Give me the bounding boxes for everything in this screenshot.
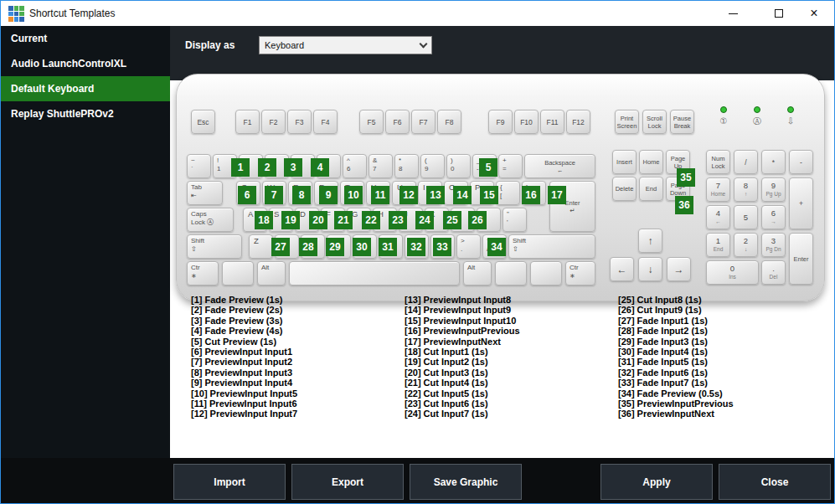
key-f6[interactable]: F6: [385, 110, 410, 134]
key-4[interactable]: 4←: [706, 205, 730, 229]
key-esc[interactable]: Esc: [191, 110, 215, 134]
shortcut-badge-28[interactable]: 28: [299, 238, 317, 256]
key-blank[interactable]: .Del: [761, 260, 786, 285]
key-tab[interactable]: Tab⇤: [187, 181, 223, 205]
key-f10[interactable]: F10: [514, 110, 539, 134]
display-as-select[interactable]: Keyboard: [259, 36, 432, 54]
key-blank[interactable]: ↓: [638, 257, 662, 281]
key-num[interactable]: NumLock: [706, 150, 730, 174]
key-delete[interactable]: Delete: [612, 177, 637, 201]
key-pause[interactable]: PauseBreak: [670, 110, 694, 134]
key-f11[interactable]: F11: [540, 110, 564, 134]
shortcut-badge-29[interactable]: 29: [326, 238, 344, 256]
key-9[interactable]: 9Pg Up: [761, 177, 786, 202]
shortcut-badge-4[interactable]: 4: [311, 158, 329, 177]
key-insert[interactable]: Insert: [612, 150, 637, 174]
sidebar-item-audio-launchcontrolxl[interactable]: Audio LaunchControlXL: [1, 51, 170, 76]
shortcut-badge-13[interactable]: 13: [426, 186, 445, 204]
key-blank[interactable]: →: [667, 257, 691, 281]
key-6[interactable]: 6→: [761, 205, 786, 229]
key-1[interactable]: 1End: [706, 233, 730, 257]
key-7[interactable]: 7Home: [706, 177, 730, 202]
shortcut-badge-32[interactable]: 32: [407, 238, 425, 256]
shortcut-badge-30[interactable]: 30: [353, 238, 371, 256]
key-home[interactable]: Home: [639, 150, 663, 174]
key-blank[interactable]: /: [734, 150, 758, 174]
key-scroll[interactable]: ScrollLock: [642, 110, 667, 134]
key-f7[interactable]: F7: [411, 110, 436, 134]
shortcut-badge-19[interactable]: 19: [281, 211, 300, 229]
shortcut-badge-20[interactable]: 20: [309, 211, 327, 229]
export-button[interactable]: Export: [291, 464, 404, 500]
shortcut-badge-21[interactable]: 21: [334, 211, 353, 229]
key-end[interactable]: End: [639, 177, 663, 201]
save-graphic-button[interactable]: Save Graphic: [410, 464, 522, 500]
key-caps[interactable]: CapsLock Ⓐ: [187, 208, 234, 232]
key-blank[interactable]: ↑: [638, 229, 662, 253]
key-blank[interactable]: ←: [610, 257, 634, 281]
key-enter[interactable]: Enter: [789, 233, 813, 285]
key-ctr[interactable]: Ctr∗: [187, 261, 219, 285]
key-shift[interactable]: Shift⇧: [508, 234, 595, 259]
key-blank[interactable]: [289, 261, 460, 285]
apply-button[interactable]: Apply: [600, 464, 713, 500]
key-f9[interactable]: F9: [488, 110, 513, 134]
shortcut-badge-25[interactable]: 25: [443, 211, 461, 229]
key-8[interactable]: 8↑: [734, 177, 758, 202]
key-blank[interactable]: +: [789, 177, 813, 229]
key-alt[interactable]: Alt: [463, 261, 492, 285]
shortcut-badge-15[interactable]: 15: [480, 186, 498, 204]
key-blank[interactable]: "': [503, 208, 527, 232]
shortcut-badge-23[interactable]: 23: [389, 211, 407, 229]
close-button[interactable]: Close: [719, 464, 831, 500]
key-f1[interactable]: F1: [235, 110, 260, 134]
shortcut-badge-18[interactable]: 18: [255, 211, 273, 229]
key-ctr[interactable]: Ctr∗: [565, 261, 595, 285]
shortcut-badge-34[interactable]: 34: [487, 238, 506, 256]
key-blank[interactable]: ^6: [343, 154, 367, 178]
shortcut-badge-26[interactable]: 26: [468, 211, 487, 229]
key-shift[interactable]: Shift⇧: [187, 234, 242, 259]
shortcut-badge-35[interactable]: 35: [677, 168, 695, 187]
shortcut-badge-33[interactable]: 33: [433, 238, 451, 256]
shortcut-badge-8[interactable]: 8: [292, 186, 311, 204]
key-3[interactable]: 3Pg Dn: [761, 233, 786, 257]
key-blank[interactable]: -: [789, 150, 813, 174]
key-print[interactable]: PrintScreen: [615, 110, 639, 134]
key-backspace[interactable]: Backspace←: [524, 154, 595, 178]
close-button[interactable]: ×: [798, 1, 830, 26]
shortcut-badge-27[interactable]: 27: [271, 238, 290, 256]
shortcut-badge-10[interactable]: 10: [344, 186, 363, 204]
key-blank[interactable]: &7: [369, 154, 393, 178]
key-blank[interactable]: )0: [446, 154, 471, 178]
key-z[interactable]: Z: [249, 234, 273, 259]
key-blank[interactable]: [530, 261, 562, 285]
shortcut-badge-14[interactable]: 14: [453, 186, 472, 204]
shortcut-badge-5[interactable]: 5: [479, 158, 497, 177]
maximize-button[interactable]: [763, 1, 795, 26]
key-f5[interactable]: F5: [359, 110, 384, 134]
shortcut-badge-24[interactable]: 24: [415, 211, 434, 229]
shortcut-badge-11[interactable]: 11: [371, 186, 389, 204]
key-f3[interactable]: F3: [287, 110, 312, 134]
shortcut-badge-7[interactable]: 7: [265, 186, 283, 204]
key-alt[interactable]: Alt: [257, 261, 286, 285]
shortcut-badge-36[interactable]: 36: [675, 196, 693, 214]
shortcut-badge-1[interactable]: 1: [231, 158, 250, 177]
key-blank[interactable]: [222, 261, 254, 285]
sidebar-item-default-keyboard[interactable]: Default Keyboard: [1, 76, 170, 101]
import-button[interactable]: Import: [173, 464, 286, 500]
key-0[interactable]: 0Ins: [706, 260, 759, 285]
sidebar-item-replay-shuttleprov2[interactable]: Replay ShuttlePROv2: [1, 101, 170, 126]
key-2[interactable]: 2↓: [734, 233, 758, 257]
shortcut-badge-12[interactable]: 12: [399, 186, 418, 204]
shortcut-badge-2[interactable]: 2: [258, 158, 276, 177]
shortcut-badge-3[interactable]: 3: [284, 158, 302, 177]
shortcut-badge-31[interactable]: 31: [379, 238, 397, 256]
key-blank[interactable]: *: [761, 150, 786, 174]
key-f2[interactable]: F2: [261, 110, 286, 134]
shortcut-badge-9[interactable]: 9: [319, 186, 338, 204]
key-blank[interactable]: +=: [498, 154, 523, 178]
sidebar-item-current[interactable]: Current: [1, 26, 170, 51]
shortcut-badge-17[interactable]: 17: [548, 186, 566, 204]
